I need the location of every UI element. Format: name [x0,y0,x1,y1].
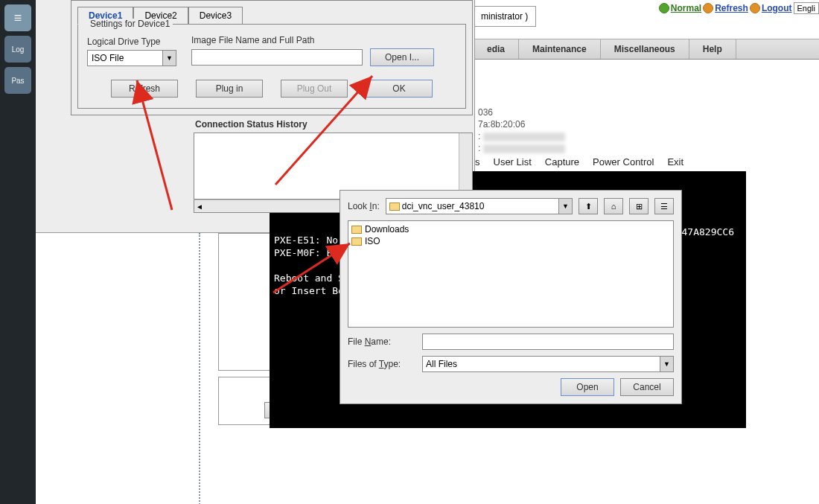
sec-menu-s[interactable]: s [475,156,480,168]
file-open-dialog: Look In: dci_vnc_user_43810 ▼ ⬆ ⌂ ⊞ ☰ Do… [340,190,682,404]
info-line1: 036 [478,106,565,118]
device-info: 036 7a:8b:20:06 : : [478,106,565,154]
dotted-separator [199,233,200,504]
menu-help[interactable]: Help [689,39,736,59]
secondary-menu: s User List Capture Power Control Exit [475,156,683,168]
folder-icon [389,202,400,211]
sec-menu-capture[interactable]: Capture [545,156,579,168]
drive-type-value: ISO File [92,53,124,63]
look-in-value: dci_vnc_user_43810 [402,201,485,211]
drive-type-label: Logical Drive Type [87,36,176,47]
file-type-combo[interactable]: All Files ▼ [422,356,674,372]
image-path-label: Image File Name and Full Path [191,35,456,45]
logout-icon [750,3,760,13]
bg-panel-2 [218,377,272,425]
file-list[interactable]: Downloads ISO [348,220,674,328]
chevron-down-icon: ▼ [558,199,572,214]
folder-icon [351,237,362,246]
status-history-label: Connection Status History [194,119,473,130]
up-folder-button[interactable]: ⬆ [579,198,598,214]
sidebar-icon-log[interactable]: Log [4,36,31,63]
new-folder-button[interactable]: ⊞ [629,198,648,214]
sidebar-icon-1[interactable]: ≡ [4,4,31,31]
administrator-box: ministrator ) [473,6,536,27]
menu-media[interactable]: edia [474,39,519,59]
settings-fieldset: Settings for Device1 Logical Drive Type … [77,24,466,109]
status-ok-icon [659,3,669,13]
pas-label: Pas [11,77,24,85]
virtual-media-dialog: Device1 Device2 Device3 Settings for Dev… [71,0,473,115]
refresh-icon [703,3,713,13]
status-normal: Normal [671,3,701,13]
file-name-input[interactable] [422,334,674,350]
sec-menu-power[interactable]: Power Control [593,156,654,168]
list-view-button[interactable]: ☰ [654,198,674,214]
file-type-value: All Files [426,359,457,369]
folder-label: Downloads [365,224,409,235]
info-line2: 7a:8b:20:06 [478,118,565,130]
log-label: Log [12,45,25,54]
status-history-content [194,133,459,199]
doc-icon: ≡ [14,10,22,26]
sidebar-icon-pas[interactable]: Pas [4,67,31,94]
folder-downloads[interactable]: Downloads [351,224,670,235]
settings-title: Settings for Device1 [87,19,173,29]
folder-icon [351,226,362,234]
blurred-text-2 [483,144,565,153]
look-in-combo[interactable]: dci_vnc_user_43810 ▼ [386,198,573,214]
blurred-text-1 [483,133,565,141]
ok-button[interactable]: OK [366,80,433,98]
look-in-label: Look In: [348,201,380,211]
sec-menu-exit[interactable]: Exit [667,156,683,168]
chevron-down-icon: ▼ [660,357,673,371]
header-links: Normal Refresh Logout Engli [657,2,819,14]
folder-label: ISO [365,236,380,246]
image-path-input[interactable] [191,49,363,66]
home-button[interactable]: ⌂ [604,198,623,214]
drive-type-dropdown[interactable]: ISO File ▼ [87,50,176,66]
file-type-label: Files of Type: [348,359,416,369]
file-name-label: File Name: [348,336,416,347]
terminal-id: 47A829CC6 [682,226,734,237]
sec-menu-userlist[interactable]: User List [494,156,532,168]
menu-maintenance[interactable]: Maintenance [519,39,601,59]
plugin-button[interactable]: Plug in [196,80,263,98]
language-select[interactable]: Engli [794,2,819,14]
chevron-down-icon: ▼ [162,51,176,66]
file-cancel-button[interactable]: Cancel [620,378,674,396]
refresh-button[interactable]: Refresh [111,80,178,98]
folder-iso[interactable]: ISO [351,236,670,246]
vertical-scrollbar[interactable] [459,133,472,199]
file-open-button[interactable]: Open [561,378,614,396]
refresh-link[interactable]: Refresh [715,3,748,13]
left-sidebar: ≡ Log Pas [0,0,36,504]
tab-device3[interactable]: Device3 [188,7,243,25]
open-image-button[interactable]: Open I... [370,48,434,66]
logout-link[interactable]: Logout [762,3,792,13]
plugout-button: Plug Out [281,80,348,98]
menu-misc[interactable]: Miscellaneous [601,39,689,59]
bg-panel-1 [218,233,272,371]
